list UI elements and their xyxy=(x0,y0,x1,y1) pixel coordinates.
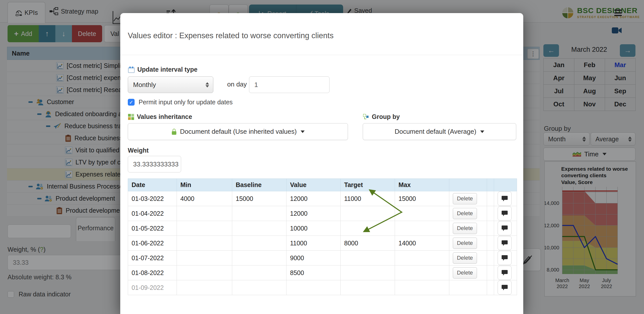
values-inheritance-select[interactable]: Document default (Use inherited values) xyxy=(128,123,348,140)
cell-date[interactable]: 01-06-2022 xyxy=(128,236,177,251)
cell-spacer xyxy=(487,191,494,206)
cell-spacer xyxy=(487,265,494,280)
cell-max[interactable]: 15000 xyxy=(395,191,449,206)
cell-max[interactable] xyxy=(395,265,449,280)
cell-spacer xyxy=(487,236,494,251)
cell-value[interactable]: 12000 xyxy=(287,191,341,206)
cell-date[interactable]: 01-09-2022 xyxy=(128,280,177,295)
cell-min[interactable] xyxy=(177,251,232,265)
groupby-label: Group by xyxy=(363,113,400,120)
comment-icon xyxy=(501,210,508,216)
comment-button[interactable] xyxy=(498,206,512,220)
col-header-empty xyxy=(449,179,487,191)
comment-icon xyxy=(501,270,508,276)
cell-target[interactable] xyxy=(341,206,395,221)
values-editor-modal: Values editor : Expenses related to wors… xyxy=(120,13,523,314)
col-header-date: Date xyxy=(128,179,177,191)
chevron-down-icon xyxy=(301,130,305,133)
cell-target[interactable] xyxy=(341,221,395,236)
value-row-01-04-2022: 01-04-202212000Delete xyxy=(128,206,517,221)
cell-date[interactable]: 01-07-2022 xyxy=(128,251,177,265)
cell-target[interactable]: 8000 xyxy=(341,236,395,251)
cell-baseline[interactable] xyxy=(232,280,287,295)
comment-icon xyxy=(501,285,508,291)
cell-baseline[interactable] xyxy=(232,206,287,221)
row-delete-button[interactable]: Delete xyxy=(453,193,477,204)
cell-comment xyxy=(494,251,517,265)
cell-target[interactable] xyxy=(341,251,395,265)
cell-comment xyxy=(494,280,517,295)
cell-date[interactable]: 01-04-2022 xyxy=(128,206,177,221)
comment-button[interactable] xyxy=(498,221,512,235)
cell-delete: Delete xyxy=(449,221,487,236)
groupby-icon xyxy=(363,114,369,120)
cell-value[interactable]: 12000 xyxy=(287,206,341,221)
values-table: DateMinBaselineValueTargetMax 01-03-2022… xyxy=(128,178,517,295)
cell-date[interactable]: 01-05-2022 xyxy=(128,221,177,236)
comment-icon xyxy=(501,255,508,261)
cell-comment xyxy=(494,221,517,236)
cell-max[interactable]: 14000 xyxy=(395,236,449,251)
values-inheritance-label: Values inheritance xyxy=(128,113,192,120)
modal-title: Values editor : Expenses related to wors… xyxy=(128,31,334,40)
comment-button[interactable] xyxy=(498,281,512,295)
cell-min[interactable] xyxy=(177,206,232,221)
comment-button[interactable] xyxy=(498,266,512,280)
cell-baseline[interactable] xyxy=(232,236,287,251)
cell-target[interactable] xyxy=(341,280,395,295)
value-row-01-05-2022: 01-05-202210000Delete xyxy=(128,221,517,236)
cell-date[interactable]: 01-08-2022 xyxy=(128,265,177,280)
permit-checkbox[interactable]: ✓ xyxy=(128,99,135,106)
cell-spacer xyxy=(487,251,494,265)
cell-min[interactable] xyxy=(177,265,232,280)
col-header-empty xyxy=(494,179,517,191)
cell-delete: Delete xyxy=(449,206,487,221)
comment-icon xyxy=(501,225,508,231)
cell-value[interactable]: 9000 xyxy=(287,251,341,265)
cell-value[interactable]: 8500 xyxy=(287,265,341,280)
cell-target[interactable] xyxy=(341,265,395,280)
comment-icon xyxy=(501,240,508,246)
cell-comment xyxy=(494,191,517,206)
cell-delete xyxy=(449,280,487,295)
cell-delete: Delete xyxy=(449,191,487,206)
groupby-select[interactable]: Document default (Average) xyxy=(363,123,516,140)
cell-value[interactable]: 11000 xyxy=(287,236,341,251)
cell-max[interactable] xyxy=(395,280,449,295)
comment-button[interactable] xyxy=(498,192,512,206)
row-delete-button[interactable]: Delete xyxy=(453,252,477,264)
cell-date[interactable]: 01-03-2022 xyxy=(128,191,177,206)
value-row-01-03-2022: 01-03-2022400015000120001100015000Delete xyxy=(128,191,517,206)
row-delete-button[interactable]: Delete xyxy=(453,267,477,279)
col-header-empty xyxy=(487,179,494,191)
comment-button[interactable] xyxy=(498,236,512,250)
cell-baseline[interactable] xyxy=(232,265,287,280)
value-row-01-07-2022: 01-07-20229000Delete xyxy=(128,251,517,265)
on-day-input[interactable]: 1 xyxy=(249,76,330,93)
cell-value[interactable]: 10000 xyxy=(287,221,341,236)
value-row-01-09-2022: 01-09-2022 xyxy=(128,280,517,295)
app-root: KPIs Strategy map Report f Tools xyxy=(0,0,644,314)
cell-target[interactable]: 11000 xyxy=(341,191,395,206)
row-delete-button[interactable]: Delete xyxy=(453,223,477,234)
cell-max[interactable] xyxy=(395,206,449,221)
comment-button[interactable] xyxy=(498,251,512,265)
row-delete-button[interactable]: Delete xyxy=(453,238,477,249)
row-delete-button[interactable]: Delete xyxy=(453,208,477,219)
cell-comment xyxy=(494,265,517,280)
cell-baseline[interactable] xyxy=(232,221,287,236)
cell-min[interactable] xyxy=(177,280,232,295)
cell-min[interactable] xyxy=(177,221,232,236)
cell-delete: Delete xyxy=(449,265,487,280)
cell-baseline[interactable] xyxy=(232,251,287,265)
cell-max[interactable] xyxy=(395,251,449,265)
cell-min[interactable]: 4000 xyxy=(177,191,232,206)
cell-max[interactable] xyxy=(395,221,449,236)
cell-value[interactable] xyxy=(287,280,341,295)
cell-baseline[interactable]: 15000 xyxy=(232,191,287,206)
weight-input[interactable]: 33.3333333333 xyxy=(128,156,181,172)
interval-type-select[interactable]: Monthly xyxy=(128,76,213,93)
chevron-down-icon xyxy=(480,130,484,133)
cell-min[interactable] xyxy=(177,236,232,251)
cell-delete: Delete xyxy=(449,236,487,251)
